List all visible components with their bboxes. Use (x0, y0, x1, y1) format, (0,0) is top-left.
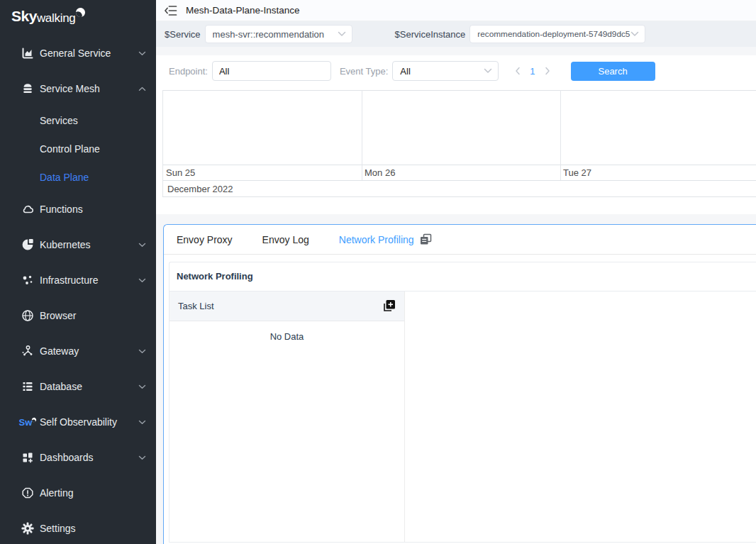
timeline-day-label: Mon 26 (365, 167, 395, 178)
collapse-sidebar-icon[interactable] (165, 5, 177, 16)
event-type-select[interactable]: All (392, 61, 499, 81)
task-list-title: Task List (178, 301, 214, 311)
app: Sky walking General ServiceService MeshS… (0, 0, 756, 544)
sidebar-item-functions[interactable]: Functions (0, 191, 156, 227)
sidebar-item-kubernetes[interactable]: Kubernetes (0, 227, 156, 262)
sidebar-item-infrastructure[interactable]: Infrastructure (0, 262, 156, 298)
sidebar-item-label: Alerting (40, 487, 146, 499)
current-page-number[interactable]: 1 (530, 66, 535, 77)
timeline-grid[interactable]: Sun 25Mon 26Tue 27 December 2022 (156, 87, 756, 214)
sidebar: Sky walking General ServiceService MeshS… (0, 0, 156, 544)
panel-body: Task List No Data (169, 292, 756, 542)
copy-icon[interactable] (420, 233, 432, 245)
database-icon (21, 380, 34, 393)
instance-widget: Envoy ProxyEnvoy LogNetwork Profiling Ne… (163, 224, 756, 544)
tab-label: Network Profiling (339, 234, 414, 245)
sidebar-item-label: Dashboards (40, 452, 138, 463)
sidebar-item-label: Database (40, 381, 138, 392)
service-instance-select[interactable]: recommendation-deployment-5749d9dc55-hjl… (469, 25, 645, 43)
sidebar-item-control-plane[interactable]: Control Plane (0, 135, 156, 163)
gear-icon (21, 522, 34, 535)
main-content: Mesh-Data-Plane-Instance $Service mesh-s… (156, 0, 756, 544)
kubernetes-icon (21, 238, 34, 251)
search-button[interactable]: Search (571, 62, 655, 81)
chevron-down-icon (138, 243, 146, 248)
task-list-header: Task List (169, 292, 404, 321)
sidebar-item-general-service[interactable]: General Service (0, 35, 156, 71)
skywalking-logo[interactable]: Sky walking (0, 0, 156, 35)
sidebar-item-service-mesh[interactable]: Service Mesh (0, 71, 156, 106)
chevron-up-icon (138, 87, 146, 91)
chevron-down-icon (484, 68, 492, 74)
sidebar-item-data-plane[interactable]: Data Plane (0, 163, 156, 191)
tab-network-profiling[interactable]: Network Profiling (339, 233, 432, 245)
sidebar-item-label: Self Observability (40, 416, 138, 428)
gateway-icon (21, 345, 34, 357)
timeline-month-label: December 2022 (167, 184, 233, 194)
task-list-empty-state: No Data (169, 321, 404, 342)
no-data-text: No Data (270, 331, 304, 342)
timeline-day-label: Tue 27 (563, 167, 591, 178)
sidebar-item-label: Browser (40, 310, 146, 321)
task-list-column: Task List No Data (169, 292, 405, 542)
service-label: $Service (165, 29, 201, 40)
sidebar-item-label: Infrastructure (40, 274, 138, 286)
prev-page-icon[interactable] (511, 67, 524, 75)
filter-row: Endpoint: Event Type: All 1 Search (156, 55, 756, 87)
sidebar-item-label: Service Mesh (40, 83, 138, 94)
sidebar-item-services[interactable]: Services (0, 106, 156, 135)
tab-bar: Envoy ProxyEnvoy LogNetwork Profiling (164, 225, 756, 255)
alert-icon (21, 487, 34, 499)
events-card: Endpoint: Event Type: All 1 Search (156, 55, 756, 214)
sidebar-item-label: Services (40, 115, 146, 126)
new-task-icon[interactable] (382, 299, 396, 313)
sidebar-item-label: Kubernetes (40, 239, 138, 250)
sidebar-item-gateway[interactable]: Gateway (0, 333, 156, 369)
chevron-down-icon (138, 455, 146, 460)
sidebar-item-dashboards[interactable]: Dashboards (0, 440, 156, 475)
panel-title: Network Profiling (169, 262, 756, 292)
sidebar-item-label: Functions (40, 204, 146, 215)
chart-icon (21, 47, 34, 60)
logo-moon-icon (74, 6, 87, 19)
chevron-down-icon (630, 31, 639, 37)
sidebar-item-label: General Service (40, 48, 138, 59)
sidebar-item-label: Control Plane (40, 143, 146, 155)
logo-text-bold: Sky (11, 7, 37, 26)
sidebar-item-settings[interactable]: Settings (0, 511, 156, 544)
sidebar-item-database[interactable]: Database (0, 369, 156, 404)
tab-envoy-proxy[interactable]: Envoy Proxy (177, 234, 233, 245)
selector-bar: $Service mesh-svr::recommendation $Servi… (156, 21, 756, 47)
network-profiling-panel: Network Profiling Task List No Data (169, 262, 756, 543)
sidebar-item-browser[interactable]: Browser (0, 298, 156, 333)
chevron-down-icon (138, 420, 146, 425)
tab-envoy-log[interactable]: Envoy Log (262, 234, 309, 245)
next-page-icon[interactable] (541, 67, 554, 75)
globe-icon (21, 309, 34, 322)
chevron-down-icon (138, 51, 146, 56)
sidebar-item-alerting[interactable]: Alerting (0, 475, 156, 511)
sidebar-item-self-observability[interactable]: SwSelf Observability (0, 404, 156, 440)
service-instance-label: $ServiceInstance (395, 29, 466, 40)
timeline-day-label: Sun 25 (166, 167, 195, 178)
layers-icon (21, 82, 34, 95)
tab-label: Envoy Log (262, 234, 309, 245)
sidebar-item-label: Settings (40, 523, 146, 534)
sidebar-item-label: Gateway (40, 345, 138, 357)
chevron-down-icon (338, 31, 346, 37)
chevron-down-icon (138, 349, 146, 354)
page-title: Mesh-Data-Plane-Instance (186, 5, 300, 16)
chevron-down-icon (138, 278, 146, 283)
cloud-icon (21, 203, 34, 216)
sidebar-item-label: Data Plane (40, 172, 146, 183)
logo-text-light: walking (37, 9, 76, 28)
service-select[interactable]: mesh-svr::recommendation (205, 25, 352, 43)
chevron-down-icon (138, 384, 146, 389)
sw-logo-icon: Sw (21, 416, 34, 428)
dashboards-icon (21, 451, 34, 464)
sidebar-menu: General ServiceService MeshServicesContr… (0, 35, 156, 544)
task-detail-area (405, 292, 756, 542)
tab-label: Envoy Proxy (177, 234, 233, 245)
page-header: Mesh-Data-Plane-Instance (156, 0, 756, 21)
endpoint-input[interactable] (212, 61, 331, 81)
